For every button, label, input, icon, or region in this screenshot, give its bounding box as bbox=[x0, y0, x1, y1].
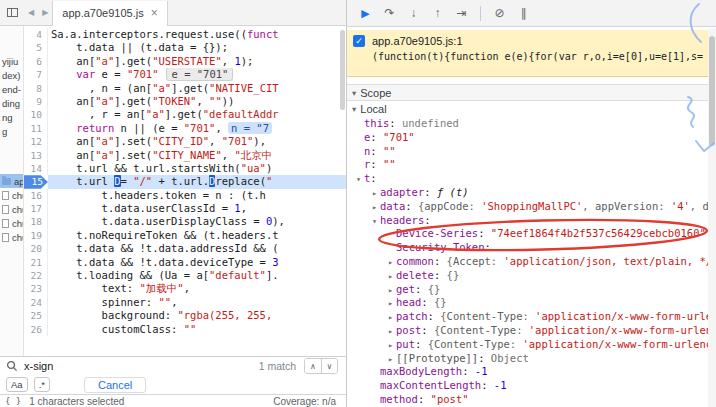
line-number[interactable]: 15 bbox=[24, 175, 48, 188]
file-tree-item[interactable]: ng bbox=[0, 110, 23, 124]
twisty-icon[interactable]: ▸ bbox=[385, 270, 396, 283]
navigator-toggle-icon[interactable] bbox=[0, 8, 24, 17]
code-line[interactable]: 14 t.url && t.url.startsWith("ua") bbox=[24, 162, 346, 175]
code-line[interactable]: 12 an["a"].set("CITY_ID", "701"), bbox=[24, 135, 346, 148]
step-over-button[interactable]: ↷ bbox=[379, 3, 400, 23]
scope-entry[interactable]: ▸get: {} bbox=[347, 283, 709, 297]
twisty-icon[interactable]: ▸ bbox=[385, 339, 396, 352]
twisty-icon[interactable]: ▸ bbox=[385, 284, 396, 297]
code-line[interactable]: 15 t.url D= "/" + t.url.Dreplace(" bbox=[24, 175, 346, 188]
next-match-button[interactable]: ∨ bbox=[321, 359, 337, 373]
scope-section-header[interactable]: ▾ Scope bbox=[347, 84, 709, 101]
code-line[interactable]: 7 var e = "701"e = "701" bbox=[24, 68, 346, 81]
file-tree-item[interactable]: yijiu bbox=[0, 54, 23, 68]
line-number[interactable]: 14 bbox=[24, 162, 48, 175]
line-number[interactable]: 25 bbox=[24, 309, 48, 322]
line-number[interactable]: 24 bbox=[24, 296, 48, 309]
pretty-print-icon[interactable]: { } bbox=[5, 396, 21, 406]
line-number[interactable]: 16 bbox=[24, 189, 48, 202]
file-tree-item[interactable]: app bbox=[0, 174, 23, 188]
forward-icon[interactable]: ▶ bbox=[38, 8, 52, 17]
scope-local-row[interactable]: ▾ Local bbox=[347, 101, 709, 117]
code-line[interactable]: 22 t.loading && (Ua = a["default"]. bbox=[24, 269, 346, 282]
line-number[interactable]: 26 bbox=[24, 323, 48, 336]
scope-entry[interactable]: ▸common: {Accept: 'application/json, tex… bbox=[347, 255, 709, 269]
code-line[interactable]: 5 t.data || (t.data = {}); bbox=[24, 41, 346, 54]
line-number[interactable]: 9 bbox=[24, 95, 48, 108]
line-number[interactable]: 13 bbox=[24, 149, 48, 162]
line-number[interactable]: 21 bbox=[24, 256, 48, 269]
file-tree-item[interactable]: chu bbox=[0, 230, 23, 244]
code-line[interactable]: 9 an["a"].get("TOKEN", "")) bbox=[24, 95, 346, 108]
pause-on-exceptions-button[interactable]: ∥ bbox=[513, 3, 534, 23]
scope-entry[interactable]: ▸put: {Content-Type: 'application/x-www-… bbox=[347, 338, 709, 352]
resume-button[interactable]: ▶ bbox=[355, 3, 376, 23]
scrollbar-thumb[interactable] bbox=[340, 30, 345, 110]
twisty-icon[interactable]: ▾ bbox=[353, 173, 364, 186]
code-line[interactable]: 18 t.data.userDisplayClass = 0), bbox=[24, 215, 346, 228]
scope-entry[interactable]: ▸[[Prototype]]: Object bbox=[347, 352, 709, 366]
line-number[interactable]: 8 bbox=[24, 82, 48, 95]
code-line[interactable]: 24 spinner: "", bbox=[24, 296, 346, 309]
breakpoint-entry[interactable]: app.a70e9105.js:1 (function(t){function … bbox=[347, 30, 709, 77]
code-line[interactable]: 25 background: "rgba(255, 255, bbox=[24, 309, 346, 322]
breakpoint-checkbox[interactable] bbox=[353, 35, 365, 47]
code-line[interactable]: 23 text: "加载中", bbox=[24, 282, 346, 295]
scope-entry[interactable]: ▸head: {} bbox=[347, 296, 709, 310]
code-line[interactable]: 11 return n || (e = "701", n = "7 bbox=[24, 122, 346, 135]
twisty-icon[interactable]: ▸ bbox=[369, 187, 380, 200]
code-line[interactable]: 26 customClass: "" bbox=[24, 323, 346, 336]
line-number[interactable]: 7 bbox=[24, 68, 48, 81]
step-into-button[interactable]: ↓ bbox=[403, 3, 424, 23]
twisty-icon[interactable]: ▾ bbox=[369, 215, 380, 228]
step-out-button[interactable]: ↑ bbox=[427, 3, 448, 23]
line-number[interactable]: 17 bbox=[24, 202, 48, 215]
file-tree-item[interactable]: chu bbox=[0, 216, 23, 230]
file-tree-item[interactable]: ding bbox=[0, 96, 23, 110]
breakpoint-location-link[interactable]: app.a70e9105.js:1 bbox=[372, 35, 463, 47]
code-line[interactable]: 4Sa.a.interceptors.request.use((funct bbox=[24, 28, 346, 41]
twisty-icon[interactable]: ▸ bbox=[385, 353, 396, 366]
regex-toggle[interactable]: .* bbox=[34, 377, 50, 392]
line-number[interactable]: 5 bbox=[24, 41, 48, 54]
file-tree-item[interactable]: chu bbox=[0, 202, 23, 216]
code-line[interactable]: 19 t.noRequireToken && (t.headers.t bbox=[24, 229, 346, 242]
scope-entry[interactable]: ▸patch: {Content-Type: 'application/x-ww… bbox=[347, 310, 709, 324]
line-number[interactable]: 10 bbox=[24, 108, 48, 121]
twisty-icon[interactable]: ▸ bbox=[385, 311, 396, 324]
search-input[interactable]: x-sign bbox=[24, 360, 53, 372]
match-case-toggle[interactable]: Aa bbox=[6, 377, 28, 392]
previous-match-button[interactable]: ∧ bbox=[305, 359, 321, 373]
code-line[interactable]: 13 an["a"].set("CITY_NAME", "北京中 bbox=[24, 149, 346, 162]
file-tree-item[interactable]: g bbox=[0, 124, 23, 138]
cancel-button[interactable]: Cancel bbox=[84, 377, 146, 393]
close-icon[interactable]: × bbox=[151, 6, 158, 20]
line-number[interactable]: 23 bbox=[24, 282, 48, 295]
line-number[interactable]: 6 bbox=[24, 55, 48, 68]
scope-entry[interactable]: ▸data: {appCode: 'ShoppingMallPC', appVe… bbox=[347, 200, 709, 214]
step-button[interactable]: ⇥ bbox=[451, 3, 472, 23]
back-icon[interactable]: ◀ bbox=[24, 8, 38, 17]
deactivate-breakpoints-button[interactable]: ⊘ bbox=[489, 3, 510, 23]
line-number[interactable]: 20 bbox=[24, 242, 48, 255]
scope-entry[interactable]: ▸post: {Content-Type: 'application/x-www… bbox=[347, 324, 709, 338]
code-line[interactable]: 16 t.headers.token = n : (t.h bbox=[24, 189, 346, 202]
scope-scrollbar[interactable] bbox=[708, 28, 716, 407]
line-number[interactable]: 12 bbox=[24, 135, 48, 148]
file-tree-item[interactable]: end- bbox=[0, 82, 23, 96]
code-line[interactable]: 10 , r = an["a"].get("defaultAddr bbox=[24, 108, 346, 121]
line-number[interactable]: 22 bbox=[24, 269, 48, 282]
code-line[interactable]: 21 t.data && !t.data.deviceType = 3 bbox=[24, 256, 346, 269]
twisty-icon[interactable]: ▸ bbox=[385, 325, 396, 338]
twisty-icon[interactable]: ▸ bbox=[385, 297, 396, 310]
file-tree-item[interactable]: chu bbox=[0, 188, 23, 202]
line-number[interactable]: 18 bbox=[24, 215, 48, 228]
scrollbar-thumb[interactable] bbox=[709, 36, 715, 146]
scope-entry[interactable]: ▸delete: {} bbox=[347, 269, 709, 283]
scope-entry[interactable]: ▾headers: bbox=[347, 214, 709, 228]
scope-entry[interactable]: ▾t: bbox=[347, 172, 709, 186]
line-number[interactable]: 4 bbox=[24, 28, 48, 41]
tab-app-js[interactable]: app.a70e9105.js × bbox=[52, 1, 167, 26]
code-line[interactable]: 8 , n = (an["a"].get("NATIVE_CIT bbox=[24, 82, 346, 95]
twisty-icon[interactable]: ▸ bbox=[385, 256, 396, 269]
